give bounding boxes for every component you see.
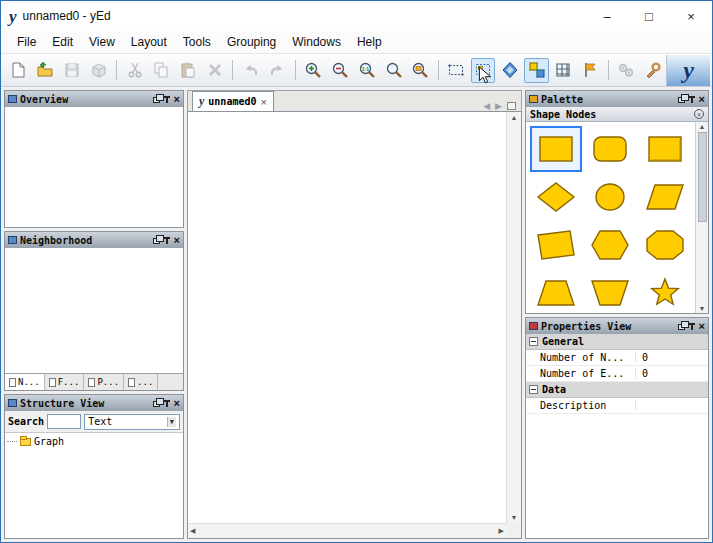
- menu-edit[interactable]: Edit: [44, 32, 81, 52]
- customize-button[interactable]: [640, 58, 665, 83]
- collapse-icon[interactable]: [529, 385, 538, 394]
- tab-close-icon[interactable]: ×: [261, 96, 267, 108]
- overview-panel: Overview ×: [4, 90, 184, 228]
- export-button[interactable]: [86, 58, 111, 83]
- zoom-out-button[interactable]: [328, 58, 353, 83]
- pin-icon[interactable]: [166, 237, 168, 244]
- open-button[interactable]: [33, 58, 58, 83]
- tab-predecessors[interactable]: P...: [84, 374, 124, 390]
- canvas-container: ▲ ▼ ◀ ▶: [187, 111, 522, 539]
- palette-shape-parallelogram[interactable]: [639, 174, 691, 220]
- tab-folder-contents[interactable]: F...: [45, 374, 85, 390]
- menu-windows[interactable]: Windows: [284, 32, 349, 52]
- palette-shape-rectangle[interactable]: [530, 126, 582, 172]
- search-input[interactable]: [47, 414, 81, 429]
- float-icon[interactable]: [678, 324, 685, 330]
- property-value[interactable]: 0: [636, 352, 708, 363]
- menu-file[interactable]: File: [9, 32, 44, 52]
- toolbar-separator: [438, 60, 439, 80]
- float-icon[interactable]: [678, 97, 685, 103]
- palette-shape-ellipse[interactable]: [584, 174, 636, 220]
- scroll-up-icon[interactable]: ▲: [699, 123, 706, 130]
- pin-icon[interactable]: [691, 323, 693, 330]
- zoom-area-button[interactable]: [444, 58, 469, 83]
- undo-button[interactable]: [238, 58, 263, 83]
- prev-tab-icon[interactable]: ◀: [483, 101, 490, 111]
- palette-shape-hexagon[interactable]: [584, 222, 636, 268]
- menu-tools[interactable]: Tools: [175, 32, 219, 52]
- close-icon[interactable]: ×: [699, 94, 705, 105]
- palette-shape-round-rectangle[interactable]: [584, 126, 636, 172]
- save-button[interactable]: [60, 58, 85, 83]
- pin-icon[interactable]: [691, 96, 693, 103]
- vertical-scrollbar[interactable]: ▲ ▼: [506, 112, 521, 523]
- settings-button[interactable]: [614, 58, 639, 83]
- paste-button[interactable]: [176, 58, 201, 83]
- section-menu-icon[interactable]: ×: [694, 109, 704, 119]
- new-document-button[interactable]: [6, 58, 31, 83]
- close-button[interactable]: ×: [670, 1, 712, 31]
- close-icon[interactable]: ×: [174, 94, 180, 105]
- close-icon[interactable]: ×: [174, 235, 180, 246]
- scroll-up-icon[interactable]: ▲: [511, 114, 518, 121]
- edit-mode-button[interactable]: [471, 58, 496, 83]
- document-tab-unnamed0[interactable]: y unnamed0 ×: [192, 91, 274, 111]
- close-icon[interactable]: ×: [699, 321, 705, 332]
- float-icon[interactable]: [153, 401, 160, 407]
- maximize-button[interactable]: □: [628, 1, 670, 31]
- graph-canvas[interactable]: [188, 112, 506, 523]
- scroll-right-icon[interactable]: ▶: [499, 527, 504, 535]
- palette-shape-trapezoid-2[interactable]: [584, 270, 636, 313]
- redo-button[interactable]: [265, 58, 290, 83]
- toolbar-separator: [116, 60, 117, 80]
- palette-scrollbar[interactable]: ▲ ▼: [695, 122, 708, 313]
- menu-view[interactable]: View: [81, 32, 123, 52]
- scroll-down-icon[interactable]: ▼: [699, 305, 706, 312]
- cut-button[interactable]: [122, 58, 147, 83]
- menu-layout[interactable]: Layout: [123, 32, 175, 52]
- grid-button[interactable]: [551, 58, 576, 83]
- tab-neighborhood[interactable]: N...: [5, 374, 45, 390]
- scroll-left-icon[interactable]: ◀: [190, 527, 195, 535]
- zoom-custom-button[interactable]: [381, 58, 406, 83]
- open-icon: [36, 61, 54, 79]
- scrollbar-corner: [506, 523, 521, 538]
- shape-nodes-section[interactable]: Shape Nodes ×: [526, 107, 708, 122]
- palette-header: Palette ×: [526, 91, 708, 107]
- menu-help[interactable]: Help: [349, 32, 390, 52]
- palette-shape-rectangle-3d[interactable]: [639, 126, 691, 172]
- minimize-button[interactable]: –: [586, 1, 628, 31]
- scroll-down-icon[interactable]: ▼: [511, 514, 518, 521]
- property-value[interactable]: 0: [636, 368, 708, 379]
- float-icon[interactable]: [153, 238, 160, 244]
- fit-content-button[interactable]: [408, 58, 433, 83]
- pin-icon[interactable]: [166, 400, 168, 407]
- palette-shape-trapezoid[interactable]: [530, 270, 582, 313]
- tab-list-icon[interactable]: [507, 102, 516, 110]
- palette-shape-diamond[interactable]: [530, 174, 582, 220]
- tree-item-graph[interactable]: Graph: [7, 436, 181, 447]
- pin-icon[interactable]: [166, 96, 168, 103]
- search-filter-dropdown[interactable]: Text ▼: [84, 414, 180, 430]
- palette-shape-octagon[interactable]: [639, 222, 691, 268]
- menu-grouping[interactable]: Grouping: [219, 32, 284, 52]
- edge-label-button[interactable]: [578, 58, 603, 83]
- scrollbar-thumb[interactable]: [698, 132, 707, 222]
- palette-shape-shear[interactable]: [530, 222, 582, 268]
- neighborhood-canvas[interactable]: [5, 248, 183, 373]
- snap-lines-button[interactable]: [524, 58, 549, 83]
- navigation-mode-button[interactable]: [497, 58, 522, 83]
- next-tab-icon[interactable]: ▶: [495, 101, 502, 111]
- copy-button[interactable]: [149, 58, 174, 83]
- horizontal-scrollbar[interactable]: ◀ ▶: [188, 523, 506, 538]
- delete-button[interactable]: [203, 58, 228, 83]
- zoom-actual-size-button[interactable]: 1:1: [354, 58, 379, 83]
- zoom-in-button[interactable]: [301, 58, 326, 83]
- section-general: General: [526, 334, 708, 350]
- close-icon[interactable]: ×: [174, 398, 180, 409]
- tab-more[interactable]: ...: [124, 374, 158, 390]
- float-icon[interactable]: [153, 97, 160, 103]
- collapse-icon[interactable]: [529, 337, 538, 346]
- palette-shape-star[interactable]: [639, 270, 691, 313]
- overview-canvas[interactable]: [5, 107, 183, 227]
